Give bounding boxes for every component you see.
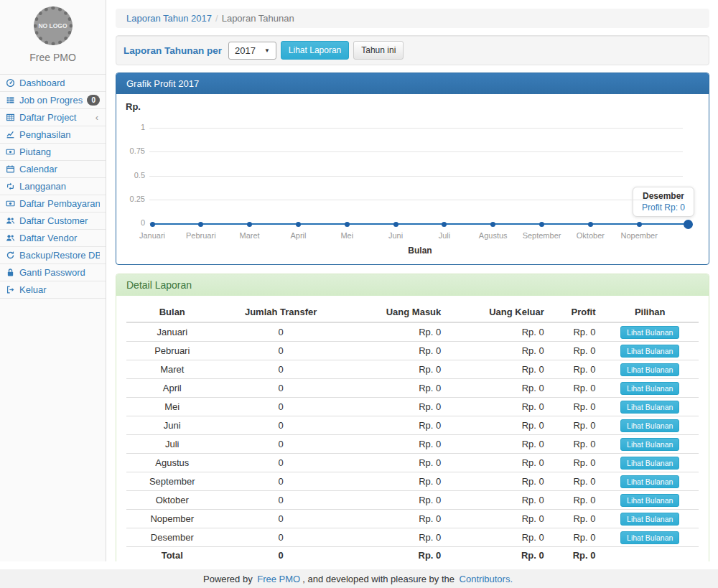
chart-x-axis-label: Bulan: [152, 246, 688, 256]
cell-jumlah_transfer: 0: [218, 528, 344, 547]
cell-uang_masuk: Rp. 0: [344, 528, 447, 547]
lihat-bulanan-button-juni[interactable]: Lihat Bulanan: [620, 419, 679, 432]
x-tick-label: September: [516, 231, 569, 240]
chart-point-april[interactable]: [296, 222, 301, 227]
chart-point-maret[interactable]: [247, 222, 252, 227]
lihat-bulanan-button-mei[interactable]: Lihat Bulanan: [620, 401, 679, 414]
sidebar-item-dashboard[interactable]: Dashboard: [0, 75, 106, 92]
lihat-bulanan-button-agustus[interactable]: Lihat Bulanan: [620, 457, 679, 470]
lihat-bulanan-button-juli[interactable]: Lihat Bulanan: [620, 438, 679, 451]
cell-bulan: Nopember: [126, 510, 218, 528]
sidebar-item-daftar-pembayaran[interactable]: Daftar Pembayaran: [0, 195, 106, 213]
lihat-bulanan-button-desember[interactable]: Lihat Bulanan: [620, 531, 679, 544]
chart-point-oktober[interactable]: [588, 222, 593, 227]
chart-point-juli[interactable]: [442, 222, 447, 227]
footer-text-prefix: Powered by: [203, 574, 255, 584]
y-tick-label: 0.25: [121, 195, 145, 203]
app-logo: NO LOGO: [34, 6, 73, 45]
lihat-bulanan-button-september[interactable]: Lihat Bulanan: [620, 475, 679, 488]
cell-uang_masuk: Rp. 0: [344, 547, 447, 562]
chart-point-nopember[interactable]: [637, 222, 642, 227]
chart-point-september[interactable]: [539, 222, 544, 227]
footer-link-free-pmo[interactable]: Free PMO: [257, 574, 300, 584]
chart-point-agustus[interactable]: [490, 222, 495, 227]
sidebar-item-label: Daftar Project: [19, 112, 91, 123]
detail-table-body: Januari0Rp. 0Rp. 0Rp. 0Lihat BulananPebr…: [126, 322, 699, 561]
cell-bulan: Desember: [126, 528, 218, 547]
lihat-bulanan-button-april[interactable]: Lihat Bulanan: [620, 382, 679, 395]
sidebar-item-job-on-progress[interactable]: Job on Progress0: [0, 92, 106, 109]
refresh-icon: [6, 251, 15, 260]
sidebar-item-langganan[interactable]: Langganan: [0, 178, 106, 195]
y-tick-label: 0.75: [121, 146, 145, 155]
x-tick-label: Oktober: [564, 231, 617, 240]
cell-bulan: Maret: [126, 360, 218, 379]
column-header-pilihan: Pilihan: [601, 303, 699, 322]
dashboard-icon: [6, 78, 15, 88]
chart-point-juni[interactable]: [393, 222, 398, 227]
sidebar-item-label: Daftar Vendor: [19, 233, 100, 243]
cell-uang_keluar: Rp. 0: [447, 435, 549, 454]
app-wrapper: NO LOGO Free PMO DashboardJob on Progres…: [0, 0, 718, 561]
lihat-bulanan-button-nopember[interactable]: Lihat Bulanan: [620, 513, 679, 526]
sidebar-menu: DashboardJob on Progress0Daftar Project‹…: [0, 74, 106, 299]
breadcrumb-link-laporan-tahun[interactable]: Laporan Tahun 2017: [126, 13, 212, 24]
x-tick-label: Juni: [369, 231, 422, 240]
chart-point-pebruari[interactable]: [198, 222, 203, 227]
sidebar-item-daftar-customer[interactable]: Daftar Customer: [0, 213, 106, 230]
lihat-bulanan-button-pebruari[interactable]: Lihat Bulanan: [620, 345, 679, 358]
tahun-ini-button[interactable]: Tahun ini: [353, 41, 404, 60]
sidebar: NO LOGO Free PMO DashboardJob on Progres…: [0, 0, 106, 561]
cell-profit: Rp. 0: [550, 547, 602, 562]
footer-link-contributors[interactable]: Contributors.: [460, 574, 513, 584]
sidebar-item-label: Keluar: [19, 284, 100, 295]
column-header-bulan: Bulan: [126, 303, 218, 322]
lihat-laporan-button[interactable]: Lihat Laporan: [281, 41, 349, 60]
cell-jumlah_transfer: 0: [218, 360, 344, 379]
cell-pilihan: Lihat Bulanan: [601, 491, 699, 510]
detail-report-panel: Detail Laporan BulanJumlah TransferUang …: [116, 274, 709, 561]
cell-pilihan: Lihat Bulanan: [601, 528, 699, 547]
sidebar-item-penghasilan[interactable]: Penghasilan: [0, 126, 106, 144]
y-tick-label: 0: [121, 218, 145, 227]
cell-profit: Rp. 0: [550, 322, 602, 342]
y-tick-label: 0.5: [121, 171, 145, 179]
chart-point-januari[interactable]: [150, 222, 155, 227]
sign-out-icon: [6, 285, 15, 294]
cell-uang_keluar: Rp. 0: [447, 547, 549, 562]
cell-pilihan: Lihat Bulanan: [601, 416, 699, 435]
sidebar-item-daftar-project[interactable]: Daftar Project‹: [0, 109, 106, 126]
cell-uang_masuk: Rp. 0: [344, 510, 447, 528]
detail-panel-title: Detail Laporan: [116, 274, 709, 296]
cell-uang_keluar: Rp. 0: [447, 398, 549, 416]
lihat-bulanan-button-oktober[interactable]: Lihat Bulanan: [620, 494, 679, 507]
gridline: [149, 200, 683, 200]
sidebar-item-label: Ganti Password: [19, 267, 100, 278]
cell-uang_keluar: Rp. 0: [447, 416, 549, 435]
cell-jumlah_transfer: 0: [218, 454, 344, 472]
money-icon: [6, 199, 15, 208]
sidebar-item-calendar[interactable]: Calendar: [0, 161, 106, 178]
year-select[interactable]: 2017 ▼: [228, 42, 276, 60]
tooltip-value: Profit Rp: 0: [642, 202, 685, 213]
chart-point-mei[interactable]: [345, 222, 350, 227]
cell-profit: Rp. 0: [550, 416, 602, 435]
sidebar-item-backup-restore-db[interactable]: Backup/Restore DB: [0, 247, 106, 264]
lihat-bulanan-button-januari[interactable]: Lihat Bulanan: [620, 326, 679, 339]
retweet-icon: [6, 182, 15, 191]
cell-bulan: Oktober: [126, 491, 218, 510]
chart-point-desember[interactable]: [684, 220, 693, 229]
gridline: [149, 176, 683, 177]
sidebar-item-daftar-vendor[interactable]: Daftar Vendor: [0, 230, 106, 247]
filter-label: Laporan Tahunan per: [123, 45, 222, 56]
cell-profit: Rp. 0: [550, 435, 602, 454]
cell-jumlah_transfer: 0: [218, 416, 344, 435]
lihat-bulanan-button-maret[interactable]: Lihat Bulanan: [620, 363, 679, 376]
users-icon: [6, 233, 15, 243]
money-icon: [6, 147, 15, 157]
sidebar-item-ganti-password[interactable]: Ganti Password: [0, 264, 106, 281]
sidebar-item-piutang[interactable]: Piutang: [0, 144, 106, 161]
x-tick-label: Januari: [126, 231, 179, 240]
cell-pilihan: Lihat Bulanan: [601, 322, 699, 342]
sidebar-item-keluar[interactable]: Keluar: [0, 281, 106, 299]
